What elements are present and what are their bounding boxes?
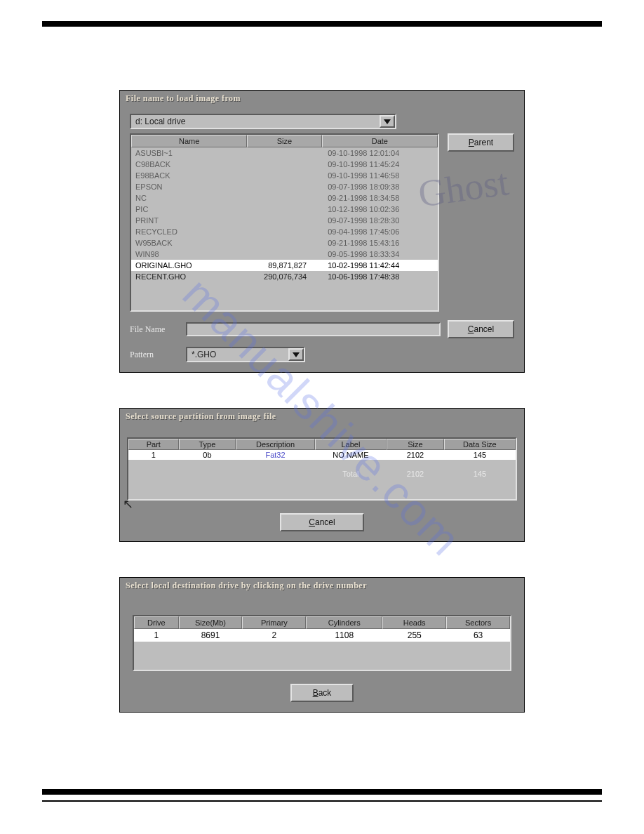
destination-drive-dialog: Select local destination drive by clicki… [119, 577, 525, 713]
file-row[interactable]: RECENT.GHO290,076,73410-06-1998 17:48:38 [131, 271, 438, 282]
page-frame: File name to load image from Ghost d: Lo… [42, 21, 602, 806]
cancel-button[interactable]: Cancel [448, 320, 514, 338]
partition-cancel-button[interactable]: Cancel [280, 513, 364, 531]
file-row[interactable]: ORIGINAL.GHO89,871,82710-02-1998 11:42:4… [131, 260, 438, 271]
file-load-dialog-title: File name to load image from [120, 91, 524, 107]
top-divider [42, 21, 602, 27]
partition-row[interactable]: 1 0b Fat32 NO NAME 2102 145 [128, 450, 516, 460]
pcol-part: Part [128, 439, 179, 450]
filename-label: File Name [130, 324, 179, 335]
file-row[interactable]: EPSON09-07-1998 18:09:38 [131, 181, 438, 192]
source-partition-title: Select source partition from image file [120, 409, 524, 425]
pattern-label: Pattern [130, 350, 179, 360]
col-name[interactable]: Name [131, 135, 247, 147]
file-rows: ASUSBI~109-10-1998 12:01:04C98BACK09-10-… [131, 147, 438, 310]
pcol-data: Data Size [444, 439, 516, 450]
filename-input[interactable] [186, 322, 441, 336]
pcol-label: Label [315, 439, 387, 450]
pcol-type: Type [179, 439, 236, 450]
drive-header: Drive Size(Mb) Primary Cylinders Heads S… [134, 616, 510, 629]
dcol-cyl: Cylinders [306, 616, 382, 629]
file-list-header: Name Size Date [131, 135, 438, 147]
file-side-buttons: Parent [448, 133, 514, 152]
dcol-drive: Drive [134, 616, 179, 629]
col-date[interactable]: Date [322, 135, 438, 147]
destination-drive-title: Select local destination drive by clicki… [120, 578, 524, 594]
drive-row[interactable]: 1 8691 2 1108 255 63 [134, 629, 510, 642]
drive-table: Drive Size(Mb) Primary Cylinders Heads S… [133, 615, 511, 671]
file-row[interactable]: NC09-21-1998 18:34:58 [131, 192, 438, 204]
pattern-value: *.GHO [187, 348, 288, 361]
bottom-divider-thick [42, 789, 602, 795]
file-row[interactable]: PRINT09-07-1998 18:28:30 [131, 215, 438, 226]
source-partition-dialog: Select source partition from image file … [119, 408, 525, 542]
dcol-primary: Primary [242, 616, 306, 629]
file-row[interactable]: PIC10-12-1998 10:02:36 [131, 204, 438, 215]
pattern-dropdown[interactable]: *.GHO [186, 347, 305, 362]
drive-dropdown-value: d: Local drive [131, 115, 380, 128]
back-button[interactable]: Back [290, 684, 354, 702]
dcol-size: Size(Mb) [179, 616, 243, 629]
content-area: File name to load image from Ghost d: Lo… [42, 27, 602, 734]
pattern-dropdown-button[interactable] [288, 348, 304, 361]
file-row[interactable]: ASUSBI~109-10-1998 12:01:04 [131, 147, 438, 159]
partition-header: Part Type Description Label Size Data Si… [128, 439, 516, 450]
drive-dropdown[interactable]: d: Local drive [130, 114, 396, 129]
file-row[interactable]: E98BACK09-10-1998 11:46:58 [131, 170, 438, 181]
pcol-desc: Description [236, 439, 314, 450]
bottom-divider-thin [42, 800, 602, 802]
col-size[interactable]: Size [247, 135, 321, 147]
file-list-panel: Name Size Date ASUSBI~109-10-1998 12:01:… [130, 133, 439, 312]
file-load-dialog: File name to load image from Ghost d: Lo… [119, 90, 525, 373]
file-row[interactable]: C98BACK09-10-1998 11:45:24 [131, 159, 438, 170]
partition-table: Part Type Description Label Size Data Si… [127, 437, 517, 501]
drive-dropdown-button[interactable] [380, 115, 395, 128]
file-row[interactable]: W95BACK09-21-1998 15:43:16 [131, 237, 438, 249]
file-row[interactable]: RECYCLED09-04-1998 17:45:06 [131, 226, 438, 237]
parent-button[interactable]: Parent [448, 133, 514, 152]
pcol-size: Size [387, 439, 444, 450]
dcol-heads: Heads [382, 616, 446, 629]
cursor-icon: ↖ [123, 496, 133, 512]
partition-total-row: Total 2102 145 [128, 470, 516, 478]
dcol-sectors: Sectors [446, 616, 510, 629]
chevron-down-icon [293, 352, 300, 357]
chevron-down-icon [384, 119, 391, 124]
file-row[interactable]: WIN9809-05-1998 18:33:34 [131, 249, 438, 260]
